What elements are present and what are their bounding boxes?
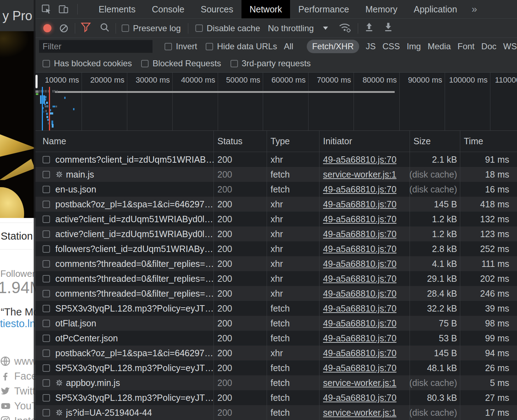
station-button[interactable]: Station xyxy=(1,230,33,242)
row-checkbox[interactable] xyxy=(43,171,50,178)
social-link[interactable]: www. xyxy=(0,354,35,369)
row-checkbox[interactable] xyxy=(43,245,50,253)
more-tabs-icon[interactable]: » xyxy=(472,4,477,15)
initiator-link[interactable]: 49-a5a68810.js:70 xyxy=(323,393,396,403)
tab-sources[interactable]: Sources xyxy=(193,0,241,18)
tab-memory[interactable]: Memory xyxy=(357,0,405,18)
table-row[interactable]: followers?client_id=zdUqm51WRIABy…200xhr… xyxy=(35,241,517,256)
row-checkbox[interactable] xyxy=(43,320,50,327)
row-checkbox[interactable] xyxy=(43,290,50,297)
type-filter-fetchxhr[interactable]: Fetch/XHR xyxy=(307,40,359,53)
row-checkbox[interactable] xyxy=(43,156,50,163)
table-row[interactable]: main.js200fetchservice-worker.js:1(disk … xyxy=(35,167,517,182)
type-filter-all[interactable]: All xyxy=(284,41,293,51)
disable-cache-label[interactable]: Disable cache xyxy=(207,23,260,33)
third-party-checkbox[interactable] xyxy=(230,60,238,67)
third-party-label[interactable]: 3rd-party requests xyxy=(242,58,311,68)
initiator-link[interactable]: 49-a5a68810.js:70 xyxy=(323,318,396,329)
preserve-log-checkbox[interactable] xyxy=(122,24,129,32)
initiator-link[interactable]: service-worker.js:1 xyxy=(323,408,396,418)
initiator-link[interactable]: 49-a5a68810.js:70 xyxy=(323,333,396,343)
table-row[interactable]: otPcCenter.json200fetch49-a5a68810.js:70… xyxy=(35,331,517,346)
row-checkbox[interactable] xyxy=(43,186,50,193)
initiator-link[interactable]: 49-a5a68810.js:70 xyxy=(323,289,396,299)
has-blocked-cookies-checkbox[interactable] xyxy=(43,60,50,67)
has-blocked-cookies-label[interactable]: Has blocked cookies xyxy=(54,58,132,68)
invert-label[interactable]: Invert xyxy=(176,41,197,51)
search-icon[interactable] xyxy=(99,22,110,35)
export-har-icon[interactable] xyxy=(383,22,394,35)
record-button[interactable] xyxy=(43,24,51,32)
table-row[interactable]: otFlat.json200fetch49-a5a68810.js:7075 B… xyxy=(35,316,517,331)
type-filter-media[interactable]: Media xyxy=(428,41,451,51)
column-header-type[interactable]: Type xyxy=(267,131,319,152)
inspect-element-icon[interactable] xyxy=(40,3,52,15)
table-row[interactable]: active?client_id=zdUqm51WRIAByd0l…200xhr… xyxy=(35,212,517,226)
table-row[interactable]: comments?threaded=0&filter_replies=…200x… xyxy=(35,286,517,301)
table-row[interactable]: en-us.json200fetch49-a5a68810.js:70(disk… xyxy=(35,182,517,197)
preserve-log-label[interactable]: Preserve log xyxy=(133,23,181,33)
table-row[interactable]: js?id=UA-2519404-44200fetchservice-worke… xyxy=(35,405,517,420)
column-header-time[interactable]: Time xyxy=(460,131,517,152)
throttling-select[interactable]: No throttling xyxy=(268,23,313,33)
social-link[interactable]: Faceb xyxy=(0,369,35,383)
row-checkbox[interactable] xyxy=(43,335,50,342)
filter-icon[interactable] xyxy=(80,22,91,35)
column-header-name[interactable]: Name xyxy=(35,131,213,152)
social-link[interactable]: Instag xyxy=(0,413,35,420)
initiator-link[interactable]: 49-a5a68810.js:70 xyxy=(323,184,396,195)
network-overview-timeline[interactable]: 10000 ms20000 ms30000 ms40000 ms50000 ms… xyxy=(35,73,517,131)
row-checkbox[interactable] xyxy=(43,305,50,312)
initiator-link[interactable]: service-worker.js:1 xyxy=(323,378,396,388)
table-row[interactable]: postback?oz_pl=1&spa=1&ci=646297…200xhr4… xyxy=(35,346,517,360)
clear-icon[interactable] xyxy=(58,23,70,33)
initiator-link[interactable]: 49-a5a68810.js:70 xyxy=(323,348,396,358)
network-conditions-icon[interactable] xyxy=(338,21,352,35)
row-checkbox[interactable] xyxy=(43,349,50,357)
tab-elements[interactable]: Elements xyxy=(90,0,144,18)
type-filter-css[interactable]: CSS xyxy=(383,41,400,51)
column-header-initiator[interactable]: Initiator xyxy=(319,131,410,152)
hide-data-urls-label[interactable]: Hide data URLs xyxy=(217,41,277,51)
type-filter-ws[interactable]: WS xyxy=(503,41,517,51)
table-row[interactable]: SP5X3v3tyqPL.128.mp3?Policy=eyJT…200fetc… xyxy=(35,360,517,375)
row-checkbox[interactable] xyxy=(43,275,50,282)
disable-cache-checkbox[interactable] xyxy=(195,24,203,32)
row-checkbox[interactable] xyxy=(43,215,50,223)
tab-console[interactable]: Console xyxy=(144,0,193,18)
row-checkbox[interactable] xyxy=(43,394,50,402)
table-row[interactable]: SP5X3v3tyqPL.128.mp3?Policy=eyJT…200fetc… xyxy=(35,390,517,405)
initiator-link[interactable]: service-worker.js:1 xyxy=(323,169,396,180)
table-row[interactable]: postback?oz_pl=1&spa=1&ci=646297…200xhr4… xyxy=(35,197,517,212)
table-row[interactable]: SP5X3v3tyqPL.128.mp3?Policy=eyJT…200fetc… xyxy=(35,301,517,316)
row-checkbox[interactable] xyxy=(43,230,50,238)
initiator-link[interactable]: 49-a5a68810.js:70 xyxy=(323,155,396,165)
filter-input[interactable] xyxy=(39,40,152,53)
table-row[interactable]: active?client_id=zdUqm51WRIAByd0l…200xhr… xyxy=(35,226,517,241)
initiator-link[interactable]: 49-a5a68810.js:70 xyxy=(323,259,396,269)
tab-network[interactable]: Network xyxy=(241,0,290,18)
initiator-link[interactable]: 49-a5a68810.js:70 xyxy=(323,214,396,224)
column-header-status[interactable]: Status xyxy=(213,131,267,152)
type-filter-font[interactable]: Font xyxy=(457,41,474,51)
device-toolbar-icon[interactable] xyxy=(57,3,70,15)
column-header-size[interactable]: Size xyxy=(410,131,460,152)
row-checkbox[interactable] xyxy=(43,364,50,372)
row-checkbox[interactable] xyxy=(43,379,50,387)
import-har-icon[interactable] xyxy=(364,22,374,35)
row-checkbox[interactable] xyxy=(43,260,50,268)
table-row[interactable]: comments?client_id=zdUqm51WRIAB…200xhr49… xyxy=(35,152,517,167)
bio-link[interactable]: tiesto.lnk xyxy=(0,318,35,330)
initiator-link[interactable]: 49-a5a68810.js:70 xyxy=(323,303,396,314)
type-filter-img[interactable]: Img xyxy=(407,41,421,51)
blocked-requests-label[interactable]: Blocked Requests xyxy=(152,58,221,68)
social-link[interactable]: YouTu xyxy=(0,398,35,413)
tab-performance[interactable]: Performance xyxy=(290,0,357,18)
initiator-link[interactable]: 49-a5a68810.js:70 xyxy=(323,274,396,284)
overview-scroll-handle[interactable] xyxy=(35,75,38,88)
tab-application[interactable]: Application xyxy=(406,0,465,18)
chevron-down-icon[interactable] xyxy=(323,27,328,30)
hide-data-urls-checkbox[interactable] xyxy=(206,43,213,50)
invert-checkbox[interactable] xyxy=(165,43,172,50)
table-row[interactable]: comments?threaded=0&filter_replies=…200x… xyxy=(35,256,517,271)
